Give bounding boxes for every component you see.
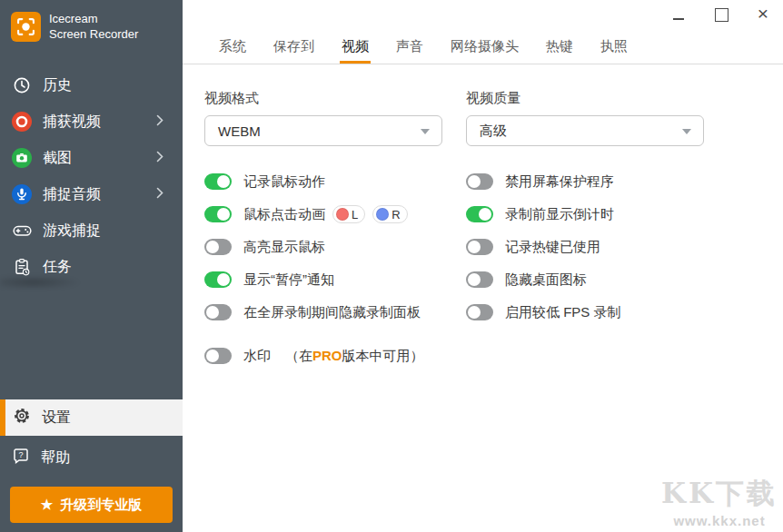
hide-desktop-icons-toggle[interactable] bbox=[466, 271, 493, 288]
video-format-value: WEBM bbox=[218, 123, 261, 139]
toggle-label: 高亮显示鼠标 bbox=[243, 239, 325, 256]
svg-text:?: ? bbox=[18, 450, 23, 459]
sidebar-item-history[interactable]: 历史 bbox=[0, 67, 183, 103]
low-fps-recording-toggle[interactable] bbox=[466, 304, 493, 320]
app-logo-row: Icecream Screen Recorder bbox=[0, 0, 183, 42]
site-watermark-url: www.kkx.net bbox=[661, 513, 778, 528]
toggle-label: 显示“暂停”通知 bbox=[243, 271, 334, 289]
toggle-label: 记录鼠标动作 bbox=[243, 173, 325, 191]
tab-license[interactable]: 执照 bbox=[599, 38, 629, 64]
toggle-row-hide-panel-fullscreen: 在全屏录制期间隐藏录制面板 bbox=[204, 303, 466, 321]
sidebar-item-screenshot[interactable]: 截图 bbox=[0, 140, 183, 176]
toggle-knob bbox=[479, 208, 491, 221]
toggle-row-show-pause-notification: 显示“暂停”通知 bbox=[204, 271, 466, 289]
sidebar-item-label: 捕获视频 bbox=[43, 113, 101, 132]
star-icon: ★ bbox=[41, 497, 53, 513]
sidebar: Icecream Screen Recorder 历史 bbox=[0, 0, 183, 532]
left-click-color-badge[interactable]: L bbox=[332, 205, 365, 223]
right-click-color-badge[interactable]: R bbox=[372, 205, 407, 223]
sidebar-item-label: 截图 bbox=[43, 149, 72, 168]
tab-video[interactable]: 视频 bbox=[340, 38, 371, 64]
toggle-label: 启用较低 FPS 录制 bbox=[505, 304, 621, 321]
tab-save-to[interactable]: 保存到 bbox=[272, 38, 316, 64]
sidebar-item-label: 设置 bbox=[42, 409, 71, 428]
tab-system[interactable]: 系统 bbox=[217, 38, 248, 64]
show-pause-notification-toggle[interactable] bbox=[204, 271, 232, 288]
watermark-toggle[interactable] bbox=[204, 348, 232, 364]
settings-tabs: 系统 保存到 视频 声音 网络摄像头 热键 执照 bbox=[183, 36, 783, 64]
app-title: Icecream Screen Recorder bbox=[49, 11, 138, 42]
disable-screensaver-toggle[interactable] bbox=[466, 173, 493, 190]
pro-note-rest: 版本中可用） bbox=[342, 348, 424, 363]
sidebar-menu: 历史 捕获视频 bbox=[0, 67, 183, 285]
toggle-label: 禁用屏幕保护程序 bbox=[505, 173, 614, 191]
app-title-line2: Screen Recorder bbox=[49, 26, 138, 42]
toggle-row-record-hotkeys-used: 记录热键已使用 bbox=[466, 238, 783, 256]
sidebar-item-capture-video[interactable]: 捕获视频 bbox=[0, 103, 183, 140]
video-settings-content: 视频格式 WEBM 记录鼠标动作 鼠标点击动画 bbox=[183, 64, 783, 379]
toggle-label: 鼠标点击动画 bbox=[243, 206, 325, 223]
toggle-row-countdown-before-recording: 录制前显示倒计时 bbox=[466, 205, 783, 223]
tab-webcam[interactable]: 网络摄像头 bbox=[449, 38, 520, 64]
toggle-knob bbox=[217, 273, 230, 286]
microphone-icon bbox=[12, 184, 32, 204]
toggle-knob bbox=[217, 208, 230, 221]
toggle-row-record-mouse-movements: 记录鼠标动作 bbox=[204, 172, 466, 191]
video-quality-select[interactable]: 高级 bbox=[466, 115, 704, 146]
left-column: 视频格式 WEBM 记录鼠标动作 鼠标点击动画 bbox=[204, 90, 466, 379]
tab-hotkeys[interactable]: 热键 bbox=[544, 38, 575, 64]
sidebar-item-capture-audio[interactable]: 捕捉音频 bbox=[0, 176, 183, 212]
left-click-color-dot bbox=[336, 208, 349, 221]
main-panel: × 系统 保存到 视频 声音 网络摄像头 热键 执照 视频格式 WEBM bbox=[183, 0, 783, 532]
gear-icon bbox=[13, 407, 31, 429]
app-window: Icecream Screen Recorder 历史 bbox=[0, 0, 783, 532]
sidebar-item-label: 游戏捕捉 bbox=[43, 222, 101, 241]
upgrade-to-pro-button[interactable]: ★ 升级到专业版 bbox=[10, 487, 173, 523]
window-controls: × bbox=[672, 0, 770, 29]
chevron-right-icon bbox=[156, 186, 164, 202]
left-toggle-list: 记录鼠标动作 鼠标点击动画 L R bbox=[204, 172, 466, 365]
video-format-label: 视频格式 bbox=[204, 90, 466, 107]
watermark-pro-note: （在PRO版本中可用） bbox=[285, 348, 424, 365]
clock-icon bbox=[12, 75, 32, 95]
minimize-icon[interactable] bbox=[672, 7, 687, 22]
hide-panel-fullscreen-toggle[interactable] bbox=[204, 304, 232, 320]
toggle-row-highlight-mouse: 高亮显示鼠标 bbox=[204, 238, 466, 256]
record-hotkeys-used-toggle[interactable] bbox=[466, 239, 493, 255]
pro-note-highlight: PRO bbox=[312, 348, 342, 363]
sidebar-item-game-capture[interactable]: 游戏捕捉 bbox=[0, 212, 183, 249]
video-quality-value: 高级 bbox=[480, 123, 507, 140]
toggle-label: 隐藏桌面图标 bbox=[505, 271, 587, 289]
sidebar-item-help[interactable]: ? 帮助 bbox=[0, 440, 183, 475]
upgrade-button-label: 升级到专业版 bbox=[60, 497, 142, 514]
sidebar-item-label: 任务 bbox=[43, 258, 72, 277]
chevron-right-icon bbox=[156, 113, 164, 130]
sidebar-item-tasks[interactable]: 任务 bbox=[0, 249, 183, 285]
dropdown-caret-icon bbox=[421, 129, 430, 134]
close-icon[interactable]: × bbox=[756, 7, 770, 22]
highlight-mouse-toggle[interactable] bbox=[204, 239, 232, 255]
maximize-icon[interactable] bbox=[714, 7, 728, 22]
record-mouse-movements-toggle[interactable] bbox=[204, 173, 232, 190]
video-format-select[interactable]: WEBM bbox=[204, 115, 442, 146]
toggle-knob bbox=[217, 175, 230, 188]
tab-sound[interactable]: 声音 bbox=[394, 38, 425, 64]
record-frame-icon bbox=[11, 12, 41, 42]
toggle-row-mouse-click-animation: 鼠标点击动画 L R bbox=[204, 205, 466, 223]
right-click-color-dot bbox=[376, 208, 389, 221]
toggle-knob bbox=[468, 175, 481, 188]
toggle-row-disable-screensaver: 禁用屏幕保护程序 bbox=[466, 172, 783, 191]
sidebar-item-settings[interactable]: 设置 bbox=[0, 399, 183, 436]
right-click-letter: R bbox=[392, 208, 400, 222]
countdown-before-recording-toggle[interactable] bbox=[466, 206, 493, 222]
titlebar: × bbox=[183, 0, 783, 36]
help-bubble-icon: ? bbox=[12, 447, 30, 468]
gamepad-icon bbox=[12, 221, 32, 241]
right-toggle-list: 禁用屏幕保护程序 录制前显示倒计时 记录热键已使用 隐藏桌面图标 bbox=[466, 172, 783, 321]
toggle-label: 水印 bbox=[243, 348, 271, 365]
toggle-knob bbox=[206, 241, 219, 253]
mouse-click-animation-toggle[interactable] bbox=[204, 206, 232, 222]
toggle-label: 在全屏录制期间隐藏录制面板 bbox=[243, 304, 421, 321]
toggle-knob bbox=[206, 350, 219, 362]
toggle-label: 记录热键已使用 bbox=[505, 239, 600, 256]
